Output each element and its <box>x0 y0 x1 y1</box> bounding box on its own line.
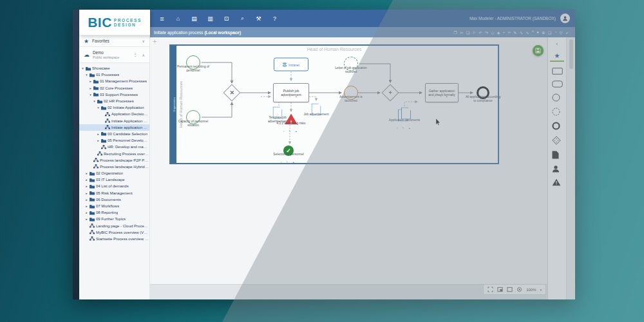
tree-expand-arrow-icon[interactable]: ▾ <box>81 66 84 70</box>
distribute-icon[interactable]: ÷ <box>503 30 505 34</box>
tree-item[interactable]: ▸06 Documents <box>79 196 149 203</box>
start-vacancy[interactable]: Capacity of personnel situation <box>186 110 200 124</box>
workspace-section[interactable]: ☁ Demo Public workspace ⋮ ∧ <box>79 47 149 63</box>
validate-icon[interactable]: ✓ <box>565 30 569 35</box>
zoom-caret-icon[interactable]: ▾ <box>540 288 542 292</box>
tree-item[interactable]: Process landscape P2P Proce... <box>79 157 149 164</box>
intranet-app-shape[interactable]: Intranet <box>274 58 308 71</box>
start-letter[interactable]: Letter of job application received <box>344 57 358 71</box>
more-options-icon[interactable]: ⋮ <box>132 52 139 57</box>
format-painter-icon[interactable]: ⚐ <box>473 30 476 35</box>
event-launched[interactable]: Advertisement is launched <box>344 86 358 100</box>
tree-item[interactable]: ▸05 Risk Management <box>79 190 149 196</box>
menu-icon[interactable]: ≡ <box>154 15 170 23</box>
role-symbol-icon[interactable] <box>552 162 563 175</box>
connector-icon[interactable]: ∿ <box>520 30 523 35</box>
risk-recruiting[interactable]: !4.2.2 Recruiting risksi ✎ ▴ <box>285 114 298 125</box>
favorites-section[interactable]: ★ Favorites ∨ <box>79 35 149 47</box>
link-icon[interactable]: ∞ <box>508 30 511 34</box>
save-button[interactable] <box>533 45 544 56</box>
doc-job-ad[interactable]: Job advertisement <box>312 104 321 116</box>
redo-icon[interactable]: ↷ <box>485 30 488 35</box>
scrollbar-thumb[interactable] <box>569 39 573 69</box>
documents-icon[interactable]: ▥ <box>202 15 218 22</box>
tree-expand-arrow-icon[interactable]: ▾ <box>85 73 88 77</box>
zoom-level[interactable]: 100% <box>526 288 536 292</box>
tree-item[interactable]: ▸02 Organization <box>79 170 149 176</box>
task-publish[interactable]: Publish job advertisementi ✎ ▴ <box>273 83 309 102</box>
history-icon[interactable]: ◔ <box>554 30 557 34</box>
tree-item[interactable]: MyBIC Process overview (VCD) <box>79 229 149 236</box>
tree-item[interactable]: ▾02 Initiate Application <box>79 104 149 111</box>
print-icon[interactable]: ⊡ <box>218 15 234 22</box>
tree-expand-arrow-icon[interactable]: ▸ <box>85 211 88 214</box>
task-symbol-icon[interactable] <box>552 64 563 77</box>
diagram-canvas[interactable]: + Head of Human Resources Organization H… <box>150 37 547 299</box>
tree-item[interactable]: Initiate application proc... <box>79 124 149 131</box>
translate-icon[interactable]: ᴬ <box>532 30 534 34</box>
shape-icon[interactable]: ◈ <box>497 30 500 35</box>
tree-expand-arrow-icon[interactable]: ▸ <box>89 86 92 90</box>
catalog-icon[interactable]: ▤ <box>186 15 202 22</box>
gateway-symbol-icon[interactable] <box>552 133 563 147</box>
tree-expand-arrow-icon[interactable]: ▾ <box>97 106 100 109</box>
tree-item[interactable]: ▾02 HR Processes <box>79 98 149 104</box>
gateway-and-shape[interactable]: + <box>382 84 399 102</box>
palette-favorites-tab[interactable]: ★ <box>554 50 560 61</box>
diagram-tab-title[interactable]: Initiate application process (Local work… <box>150 30 241 35</box>
tree-item[interactable]: ▾03 Support Processes <box>79 91 149 98</box>
undo-icon[interactable]: ↶ <box>478 30 482 35</box>
risk-symbol-icon[interactable] <box>552 175 563 189</box>
tree-expand-arrow-icon[interactable]: ▸ <box>85 191 88 195</box>
gateway-xor-shape[interactable]: ✕ <box>223 84 241 102</box>
user-avatar[interactable] <box>560 14 570 23</box>
tree-expand-arrow-icon[interactable]: ▸ <box>97 132 100 136</box>
edge-style-icon[interactable]: ◇ <box>491 30 495 35</box>
tree-item[interactable]: ▸01 Management Processes <box>79 78 149 84</box>
tree-expand-arrow-icon[interactable]: ▸ <box>85 171 88 175</box>
tree-expand-arrow-icon[interactable]: ▾ <box>93 99 96 103</box>
tree-expand-arrow-icon[interactable]: ▸ <box>97 138 100 142</box>
tree-expand-arrow-icon[interactable]: ▸ <box>85 204 88 208</box>
intranet-app[interactable]: Intranet <box>274 58 308 71</box>
attachment-icon[interactable]: ⊕ <box>542 30 545 35</box>
docs-application[interactable]: Application documentsi ✎ ▴ <box>398 109 411 122</box>
tree-item[interactable]: ▸08 Reporting <box>79 209 149 216</box>
search-icon[interactable]: ⌕ <box>234 15 251 22</box>
task-publish-shape[interactable]: Publish job advertisement <box>273 83 309 102</box>
tree-item[interactable]: Initiate Application Co... <box>79 118 149 124</box>
tree-expand-arrow-icon[interactable]: ▸ <box>89 79 92 83</box>
token-icon[interactable]: ● <box>536 30 539 34</box>
copy-icon[interactable]: ❐ <box>453 30 457 35</box>
tree-item[interactable]: ▸03 Candidate Selection <box>79 131 149 137</box>
tree-item[interactable]: Process landscape Hybrid Proc... <box>79 164 149 170</box>
minimap-icon[interactable] <box>497 287 503 292</box>
edit-icon[interactable]: ✎ <box>513 30 516 35</box>
chevron-down-icon[interactable]: ∨ <box>142 39 145 43</box>
end-complete[interactable]: All applications according to compliance <box>477 86 489 99</box>
center-view-icon[interactable] <box>516 287 522 292</box>
check-selection[interactable]: ✓Selection of personneli ✎ ▴ <box>283 146 294 156</box>
tree-item[interactable]: ▾01 Processes <box>79 71 149 78</box>
tree-expand-arrow-icon[interactable]: ▸ <box>85 178 88 182</box>
chevron-up-icon[interactable]: ∧ <box>142 53 145 57</box>
filter-icon[interactable]: ▽ <box>560 30 563 35</box>
task-gather-shape[interactable]: Gather application and check formally <box>425 83 459 102</box>
right-scroll-rail[interactable] <box>566 37 575 299</box>
tree-expand-arrow-icon[interactable]: ▸ <box>85 217 88 221</box>
gateway-xor[interactable]: ✕ <box>226 87 238 99</box>
cut-icon[interactable]: ✂ <box>460 30 463 35</box>
home-icon[interactable]: ⌂ <box>170 15 186 22</box>
tree-item[interactable]: ▸07 Workflows <box>79 203 149 209</box>
comment-icon[interactable]: ❏ <box>548 30 551 35</box>
gateway-and[interactable]: + <box>384 87 397 99</box>
document-symbol-icon[interactable] <box>552 147 563 162</box>
tree-item[interactable]: ▾Showcase <box>79 65 149 71</box>
tree-item[interactable]: ▸02 Core Processes <box>79 85 149 91</box>
tree-item[interactable]: Application Decision o... <box>79 111 149 117</box>
fit-to-screen-icon[interactable] <box>488 287 493 292</box>
help-icon[interactable]: ? <box>267 15 283 22</box>
tree-item[interactable]: ▸05 Personnel Development <box>79 137 149 144</box>
tree-item[interactable]: ▸03 IT Landscape <box>79 176 149 183</box>
end-event-symbol-icon[interactable] <box>552 118 563 133</box>
